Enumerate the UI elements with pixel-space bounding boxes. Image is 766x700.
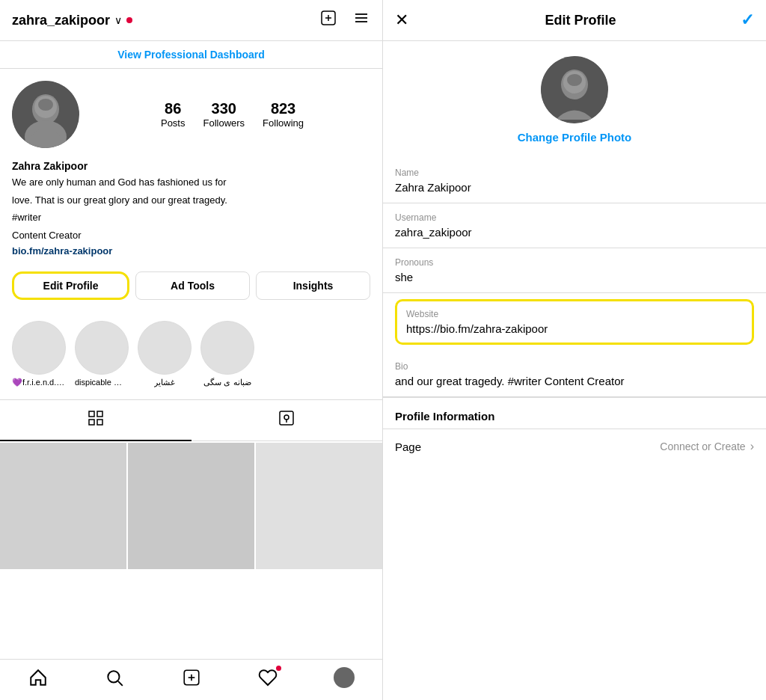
username-text: zahra_zakipoor	[12, 13, 110, 28]
edit-avatar[interactable]	[541, 56, 608, 123]
website-field[interactable]: Website https://bio.fm/zahra-zakipoor	[395, 299, 754, 345]
nav-home[interactable]	[0, 667, 76, 688]
page-row[interactable]: Page Connect or Create ›	[383, 429, 766, 464]
display-name: Zahra Zakipoor	[12, 160, 370, 172]
photo-grid	[0, 441, 382, 659]
notification-dot	[276, 666, 281, 671]
professional-dashboard-link[interactable]: View Professional Dashboard	[0, 41, 382, 69]
svg-point-10	[38, 99, 53, 111]
insights-button[interactable]: Insights	[256, 271, 370, 300]
bottom-nav	[0, 659, 382, 700]
pronouns-label: Pronouns	[395, 257, 754, 268]
name-field[interactable]: Name Zahra Zakipoor	[383, 159, 766, 203]
tab-tagged[interactable]	[192, 400, 383, 440]
story-label: dispicable me...	[75, 378, 129, 387]
story-item[interactable]: 💜f.r.i.e.n.d.s...	[12, 321, 66, 387]
website-field-wrapper: Website https://bio.fm/zahra-zakipoor	[383, 293, 766, 352]
chevron-down-icon[interactable]: ∨	[114, 14, 122, 26]
grid-cell[interactable]	[0, 443, 126, 569]
nav-add[interactable]	[153, 667, 229, 688]
right-header: ✕ Edit Profile ✓	[383, 0, 766, 41]
following-stat[interactable]: 823 Following	[263, 100, 304, 129]
tagged-icon	[278, 409, 295, 432]
posts-stat[interactable]: 86 Posts	[161, 100, 186, 129]
right-panel: ✕ Edit Profile ✓ Change Profile Photo Na…	[383, 0, 766, 700]
svg-rect-11	[89, 411, 94, 417]
following-count: 823	[271, 100, 295, 117]
followers-stat[interactable]: 330 Followers	[203, 100, 245, 129]
grid-icon	[87, 409, 105, 432]
tabs-row	[0, 399, 382, 441]
profile-avatar[interactable]	[12, 81, 79, 148]
story-item[interactable]: dispicable me...	[75, 321, 129, 387]
name-label: Name	[395, 168, 754, 178]
username-area: zahra_zakipoor ∨	[12, 13, 310, 28]
story-circle	[75, 321, 129, 375]
ad-tools-button[interactable]: Ad Tools	[135, 271, 250, 300]
name-value[interactable]: Zahra Zakipoor	[395, 181, 754, 194]
nav-search[interactable]	[76, 667, 153, 688]
chevron-right-icon: ›	[750, 440, 754, 453]
svg-line-18	[118, 681, 123, 686]
followers-label: Followers	[203, 117, 245, 129]
story-label: غشایر	[154, 378, 175, 387]
story-circle	[138, 321, 192, 375]
website-value[interactable]: https://bio.fm/zahra-zakipoor	[406, 322, 743, 335]
posts-count: 86	[165, 100, 181, 117]
confirm-check-icon[interactable]: ✓	[741, 10, 754, 30]
bio-line4: Content Creator	[12, 228, 370, 243]
svg-rect-12	[97, 411, 102, 417]
story-item[interactable]: غشایر	[138, 321, 192, 387]
svg-rect-15	[280, 411, 293, 425]
svg-point-17	[108, 671, 120, 682]
story-circle	[200, 321, 254, 375]
svg-point-25	[567, 74, 582, 86]
bio-field[interactable]: Bio and our great tragedy. #writer Conte…	[383, 352, 766, 397]
profile-info-title: Profile Information	[395, 410, 754, 423]
bio-line3: #writer	[12, 210, 370, 225]
page-value: Connect or Create	[660, 440, 745, 452]
page-label: Page	[395, 440, 660, 453]
bio-section: Zahra Zakipoor We are only human and God…	[0, 160, 382, 265]
svg-point-16	[284, 415, 289, 420]
action-buttons: Edit Profile Ad Tools Insights	[0, 265, 382, 306]
edit-profile-title: Edit Profile	[420, 13, 741, 28]
form-section: Name Zahra Zakipoor Username zahra_zakip…	[383, 159, 766, 700]
following-label: Following	[263, 117, 304, 129]
grid-cell[interactable]	[128, 443, 254, 569]
stats-row: 86 Posts 330 Followers 823 Following	[94, 100, 370, 129]
profile-section: 86 Posts 330 Followers 823 Following	[0, 69, 382, 160]
story-item[interactable]: ضبانه ی سگی	[200, 321, 254, 387]
profile-info-section: Profile Information	[383, 397, 766, 429]
left-header: zahra_zakipoor ∨	[0, 0, 382, 41]
grid-cell[interactable]	[256, 443, 382, 569]
followers-count: 330	[212, 100, 236, 117]
posts-label: Posts	[161, 117, 186, 129]
bio-link[interactable]: bio.fm/zahra-zakipoor	[12, 245, 370, 257]
stories-row: 💜f.r.i.e.n.d.s... dispicable me... غشایر…	[0, 315, 382, 399]
username-label: Username	[395, 212, 754, 223]
close-icon[interactable]: ✕	[395, 10, 408, 30]
change-photo-button[interactable]: Change Profile Photo	[518, 131, 632, 144]
header-icons	[319, 9, 370, 31]
edit-profile-button[interactable]: Edit Profile	[12, 271, 129, 300]
story-circle	[12, 321, 66, 375]
username-value[interactable]: zahra_zakipoor	[395, 226, 754, 239]
bio-line2: love. That is our great glory and our gr…	[12, 193, 370, 208]
website-label: Website	[406, 309, 743, 319]
svg-rect-13	[89, 420, 94, 425]
add-post-icon[interactable]	[319, 9, 337, 31]
svg-rect-14	[97, 420, 102, 425]
bio-label: Bio	[395, 361, 754, 372]
nav-profile[interactable]	[306, 667, 382, 688]
tab-grid[interactable]	[0, 400, 192, 440]
edit-avatar-section: Change Profile Photo	[383, 41, 766, 159]
menu-icon[interactable]	[352, 9, 370, 31]
nav-likes[interactable]	[230, 667, 306, 688]
bio-value[interactable]: and our great tragedy. #writer Content C…	[395, 375, 754, 387]
pronouns-field[interactable]: Pronouns she	[383, 248, 766, 293]
pronouns-value[interactable]: she	[395, 271, 754, 283]
username-field[interactable]: Username zahra_zakipoor	[383, 203, 766, 248]
story-label: 💜f.r.i.e.n.d.s...	[12, 378, 66, 387]
notification-dot	[126, 17, 132, 23]
